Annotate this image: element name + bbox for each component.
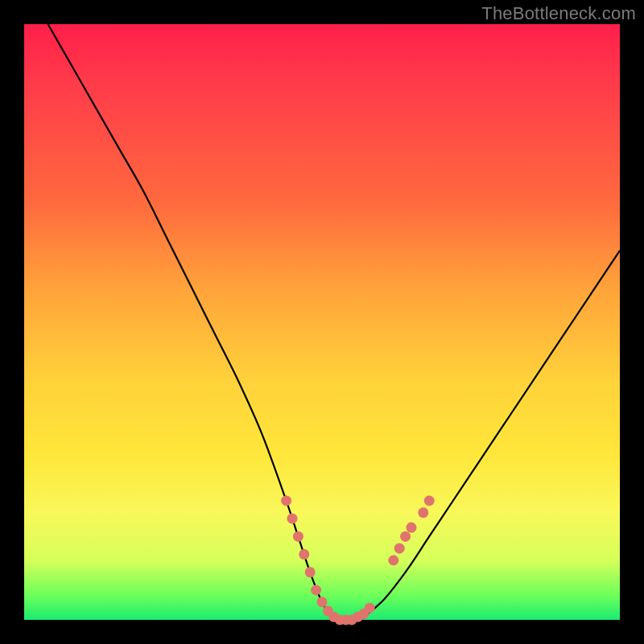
highlight-dot [281, 496, 291, 506]
highlight-dot [365, 603, 375, 613]
highlight-dot [287, 514, 298, 524]
bottleneck-curve-path [48, 24, 620, 621]
highlight-dot [394, 543, 405, 554]
bottleneck-curve-svg [24, 24, 620, 620]
highlight-dot [311, 585, 321, 596]
highlight-dot [407, 522, 417, 533]
watermark-text: TheBottleneck.com [481, 3, 636, 24]
highlight-dot [424, 496, 435, 506]
highlight-dot [317, 597, 328, 607]
highlight-dot [418, 507, 428, 518]
highlight-dots-group [281, 496, 435, 625]
chart-frame: TheBottleneck.com [0, 0, 644, 644]
plot-area [24, 24, 620, 620]
highlight-dot [305, 567, 316, 577]
highlight-dot [388, 555, 398, 566]
highlight-dot [299, 549, 309, 559]
highlight-dot [400, 531, 411, 542]
highlight-dot [293, 531, 303, 542]
